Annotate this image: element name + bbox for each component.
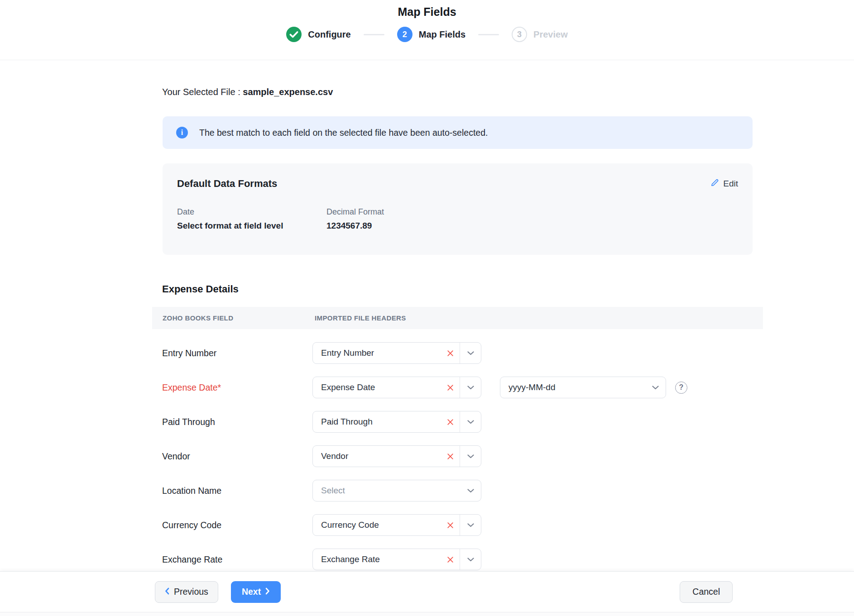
select-value: Entry Number [321, 348, 441, 358]
default-data-formats-card: Default Data Formats Edit Date Select fo… [163, 163, 753, 255]
wizard-header: Map Fields Configure 2 Map Fields 3 Prev… [0, 0, 854, 60]
zoho-books-field-label: Vendor [162, 451, 312, 462]
table-row: Location Name Select [152, 480, 763, 501]
page-title: Map Fields [0, 0, 854, 19]
pencil-icon [710, 178, 719, 189]
field-value: Select format at field level [177, 221, 326, 231]
clear-selection-icon[interactable] [441, 446, 460, 467]
mapping-table-header: ZOHO BOOKS FIELD IMPORTED FILE HEADERS [152, 307, 763, 329]
zoho-books-field-label: Expense Date* [162, 382, 312, 393]
chevron-left-icon [165, 587, 169, 597]
imported-header-select[interactable]: Paid Through [312, 411, 481, 433]
edit-formats-button[interactable]: Edit [710, 178, 738, 189]
clear-selection-icon[interactable] [441, 377, 460, 398]
chevron-down-icon[interactable] [460, 549, 481, 570]
step-label: Configure [308, 29, 350, 40]
select-value: Currency Code [321, 520, 441, 530]
imported-header-select[interactable]: Exchange Rate [312, 549, 481, 570]
selected-file-label: Your Selected File : [162, 87, 240, 97]
card-title: Default Data Formats [177, 178, 277, 190]
info-icon: i [176, 127, 188, 138]
select-value: Exchange Rate [321, 554, 441, 564]
wizard-footer: Previous Next Cancel [0, 571, 854, 612]
cancel-label: Cancel [692, 587, 720, 597]
imported-header-select[interactable]: Vendor [312, 445, 481, 467]
table-row: Entry Number Entry Number [152, 342, 763, 364]
next-label: Next [242, 587, 261, 597]
step-preview[interactable]: 3 Preview [512, 27, 568, 42]
clear-selection-icon[interactable] [441, 411, 460, 432]
step-configure[interactable]: Configure [286, 27, 350, 42]
table-row: Expense Date* Expense Date yyyy-MM-dd [152, 377, 763, 398]
column-header-imported-headers: IMPORTED FILE HEADERS [315, 314, 406, 322]
chevron-down-icon[interactable] [460, 515, 481, 535]
date-format-select[interactable]: yyyy-MM-dd [500, 377, 666, 398]
next-button[interactable]: Next [231, 581, 281, 603]
column-header-zoho-field: ZOHO BOOKS FIELD [152, 314, 315, 322]
chevron-down-icon[interactable] [460, 480, 481, 501]
imported-header-select[interactable]: Expense Date [312, 377, 481, 398]
format-slot: yyyy-MM-dd ? [500, 377, 687, 398]
step-map-fields[interactable]: 2 Map Fields [397, 27, 465, 42]
chevron-down-icon[interactable] [645, 377, 666, 398]
date-format-summary: Date Select format at field level [177, 207, 326, 231]
info-banner-text: The best match to each field on the sele… [199, 128, 488, 138]
clear-selection-icon[interactable] [441, 515, 460, 535]
step-connector [364, 34, 384, 35]
select-value: Paid Through [321, 417, 441, 427]
zoho-books-field-label: Currency Code [162, 520, 312, 530]
select-value: Vendor [321, 451, 441, 461]
edit-label: Edit [723, 179, 738, 189]
previous-button[interactable]: Previous [155, 581, 218, 603]
imported-header-select[interactable]: Entry Number [312, 342, 481, 364]
chevron-right-icon [265, 587, 270, 597]
bottom-edge-strip [0, 612, 854, 616]
clear-selection-icon[interactable] [441, 549, 460, 570]
field-rows: Entry Number Entry Number Expense Date* … [152, 342, 763, 570]
zoho-books-field-label: Paid Through [162, 417, 312, 427]
chevron-down-icon[interactable] [460, 343, 481, 363]
step-number-badge: 2 [397, 27, 413, 42]
cancel-button[interactable]: Cancel [680, 581, 733, 603]
select-value: Select [321, 486, 460, 496]
table-row: Currency Code Currency Code [152, 514, 763, 536]
previous-label: Previous [174, 587, 208, 597]
table-row: Exchange Rate Exchange Rate [152, 549, 763, 570]
field-label: Date [177, 207, 326, 217]
imported-header-select[interactable]: Select [312, 480, 481, 501]
chevron-down-icon[interactable] [460, 411, 481, 432]
select-value: Expense Date [321, 382, 441, 392]
clear-selection-icon[interactable] [441, 343, 460, 363]
step-label: Map Fields [419, 29, 465, 40]
step-number-badge: 3 [512, 27, 527, 42]
imported-header-select[interactable]: Currency Code [312, 514, 481, 536]
zoho-books-field-label: Entry Number [162, 348, 312, 358]
selected-file-line: Your Selected File : sample_expense.csv [162, 86, 763, 98]
field-value: 1234567.89 [326, 221, 384, 231]
help-icon[interactable]: ? [675, 382, 687, 394]
chevron-down-icon[interactable] [460, 446, 481, 467]
table-row: Paid Through Paid Through [152, 411, 763, 433]
step-connector [478, 34, 499, 35]
zoho-books-field-label: Location Name [162, 486, 312, 496]
select-value: yyyy-MM-dd [509, 382, 645, 392]
section-title: Expense Details [162, 283, 763, 296]
selected-file-name: sample_expense.csv [243, 87, 333, 97]
step-complete-check-icon [286, 27, 302, 42]
chevron-down-icon[interactable] [460, 377, 481, 398]
field-label: Decimal Format [326, 207, 384, 217]
decimal-format-summary: Decimal Format 1234567.89 [326, 207, 384, 231]
stepper: Configure 2 Map Fields 3 Preview [0, 27, 854, 42]
table-row: Vendor Vendor [152, 445, 763, 467]
info-banner: i The best match to each field on the se… [163, 116, 753, 149]
main-content: Your Selected File : sample_expense.csv … [152, 60, 763, 570]
zoho-books-field-label: Exchange Rate [162, 554, 312, 565]
step-label: Preview [533, 29, 568, 40]
